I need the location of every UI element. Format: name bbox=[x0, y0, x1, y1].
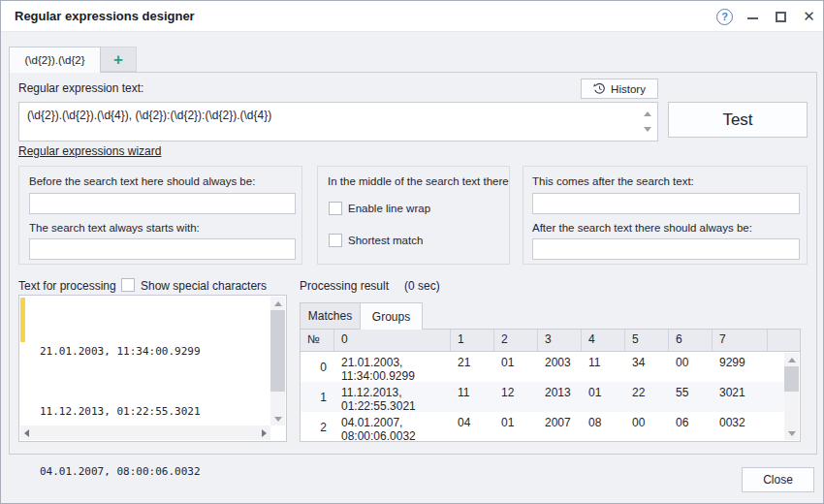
regex-text-label: Regular expression text: bbox=[18, 81, 143, 95]
group-cell: 11 bbox=[451, 382, 494, 412]
column-header-1[interactable]: 1 bbox=[451, 330, 494, 351]
scroll-down-icon bbox=[644, 127, 651, 132]
regex-input-value: (\d{2}).(\d{2}).(\d{4}), (\d{2}):(\d{2})… bbox=[27, 109, 636, 122]
comes-after-input[interactable] bbox=[532, 193, 800, 214]
window-title: Regular expressions designer bbox=[15, 1, 195, 32]
scroll-up-icon[interactable] bbox=[270, 297, 285, 310]
show-special-characters-checkbox[interactable] bbox=[121, 278, 135, 292]
column-header-3[interactable]: 3 bbox=[538, 330, 582, 351]
groups-result-table: № 0 1 2 3 4 5 6 7 0 21.01.2003, 11:34:00… bbox=[300, 329, 801, 442]
column-header-2[interactable]: 2 bbox=[494, 330, 538, 351]
test-button[interactable]: Test bbox=[668, 102, 808, 138]
starts-with-label: The search text always starts with: bbox=[29, 222, 200, 234]
table-row[interactable]: 1 11.12.2013, 01:22:55.3021 11 12 2013 0… bbox=[301, 382, 784, 412]
shortest-match-checkbox[interactable] bbox=[329, 234, 342, 247]
minimize-icon bbox=[747, 17, 758, 19]
row-index-cell: 1 bbox=[301, 382, 334, 412]
add-tab-button[interactable]: + bbox=[101, 47, 137, 72]
group-cell: 2007 bbox=[538, 412, 582, 441]
scrollbar-thumb[interactable] bbox=[784, 366, 799, 392]
column-header-6[interactable]: 6 bbox=[669, 330, 713, 351]
middle-search-group: In the middle of the search text there E… bbox=[317, 166, 510, 265]
group-cell: 55 bbox=[669, 382, 713, 412]
text-for-processing-label: Text for processing bbox=[18, 279, 116, 293]
editor-lines: 21.01.2003, 11:34:00.9299 11.12.2013, 01… bbox=[40, 299, 201, 504]
editor-vertical-scrollbar[interactable] bbox=[270, 297, 285, 425]
history-clock-icon bbox=[593, 82, 606, 95]
enable-line-wrap-checkbox[interactable] bbox=[329, 202, 342, 215]
regex-input-scroll[interactable] bbox=[641, 103, 654, 141]
processing-time-label: (0 sec) bbox=[404, 279, 440, 293]
after-search-group: This comes after the search text: After … bbox=[523, 166, 808, 265]
tab-groups[interactable]: Groups bbox=[360, 302, 423, 330]
regex-designer-window: Regular expressions designer ? ✕ (\d{2})… bbox=[0, 0, 824, 504]
text-for-processing-editor[interactable]: 21.01.2003, 11:34:00.9299 11.12.2013, 01… bbox=[18, 295, 287, 442]
group-cell: 04 bbox=[451, 412, 494, 441]
group-cell: 3021 bbox=[713, 382, 768, 412]
group-cell: 2013 bbox=[538, 382, 582, 412]
scroll-left-icon[interactable] bbox=[24, 429, 29, 437]
table-header-row: № 0 1 2 3 4 5 6 7 bbox=[301, 330, 800, 352]
editor-horizontal-scrollbar[interactable] bbox=[20, 425, 270, 440]
regex-wizard-link[interactable]: Regular expressions wizard bbox=[18, 144, 161, 158]
column-header-index[interactable]: № bbox=[301, 330, 334, 351]
processing-result-label: Processing result bbox=[300, 279, 389, 293]
scroll-down-icon[interactable] bbox=[270, 412, 285, 425]
table-row[interactable]: 0 21.01.2003, 11:34:00.9299 21 01 2003 1… bbox=[301, 352, 784, 382]
group-cell: 12 bbox=[494, 382, 538, 412]
column-header-7[interactable]: 7 bbox=[713, 330, 768, 351]
middle-group-title: In the middle of the search text there bbox=[328, 175, 509, 187]
starts-with-input[interactable] bbox=[29, 238, 296, 260]
minimize-button[interactable] bbox=[739, 1, 767, 32]
column-header-4[interactable]: 4 bbox=[582, 330, 625, 351]
table-row[interactable]: 2 04.01.2007, 08:00:06.0032 04 01 2007 0… bbox=[301, 412, 784, 441]
help-button[interactable]: ? bbox=[711, 1, 739, 32]
table-body: 0 21.01.2003, 11:34:00.9299 21 01 2003 1… bbox=[301, 352, 784, 441]
column-header-filler bbox=[768, 330, 800, 351]
group-cell: 01 bbox=[494, 412, 538, 441]
before-search-group: Before the search text here should alway… bbox=[18, 166, 302, 265]
close-window-button[interactable]: ✕ bbox=[795, 1, 823, 32]
editor-line: 11.12.2013, 01:22:55.3021 bbox=[40, 404, 201, 420]
scroll-right-icon[interactable] bbox=[262, 429, 267, 437]
group-cell: 08 bbox=[582, 412, 625, 441]
match-cell: 11.12.2013, 01:22:55.3021 bbox=[334, 382, 451, 412]
titlebar: Regular expressions designer ? ✕ bbox=[1, 1, 823, 32]
editor-line: 04.01.2007, 08:00:06.0032 bbox=[40, 464, 201, 480]
row-index-cell: 0 bbox=[301, 352, 334, 382]
column-header-0[interactable]: 0 bbox=[334, 330, 451, 351]
after-always-input[interactable] bbox=[532, 238, 800, 260]
shortest-match-label: Shortest match bbox=[348, 235, 423, 246]
tab-regex-pattern[interactable]: (\d{2}).(\d{2} bbox=[9, 47, 101, 73]
group-cell: 21 bbox=[451, 352, 494, 382]
group-cell: 0032 bbox=[713, 412, 768, 441]
history-button[interactable]: History bbox=[581, 79, 658, 99]
regex-input[interactable]: (\d{2}).(\d{2}).(\d{4}), (\d{2}):(\d{2})… bbox=[18, 102, 658, 142]
group-cell: 00 bbox=[669, 352, 713, 382]
before-text-input[interactable] bbox=[29, 193, 296, 214]
scrollbar-thumb[interactable] bbox=[270, 310, 285, 392]
scroll-up-icon[interactable] bbox=[784, 353, 799, 366]
match-cell: 04.01.2007, 08:00:06.0032 bbox=[334, 412, 451, 441]
group-cell: 00 bbox=[625, 412, 669, 441]
scroll-down-icon[interactable] bbox=[784, 426, 799, 440]
group-cell: 01 bbox=[494, 352, 538, 382]
maximize-icon bbox=[776, 12, 786, 22]
maximize-button[interactable] bbox=[767, 1, 795, 32]
group-cell: 11 bbox=[582, 352, 625, 382]
window-controls: ? ✕ bbox=[711, 1, 823, 32]
group-cell: 2003 bbox=[538, 352, 582, 382]
comes-after-label: This comes after the search text: bbox=[532, 175, 694, 187]
table-vertical-scrollbar[interactable] bbox=[784, 353, 799, 440]
group-cell: 34 bbox=[625, 352, 669, 382]
after-always-label: After the search text there should alway… bbox=[532, 222, 752, 234]
group-cell: 06 bbox=[669, 412, 713, 441]
column-header-5[interactable]: 5 bbox=[625, 330, 669, 351]
enable-line-wrap-label: Enable line wrap bbox=[348, 203, 430, 214]
close-button[interactable]: Close bbox=[742, 467, 814, 492]
show-special-characters-label: Show special characters bbox=[141, 279, 267, 293]
group-cell: 22 bbox=[625, 382, 669, 412]
tab-matches[interactable]: Matches bbox=[300, 302, 361, 330]
before-text-label: Before the search text here should alway… bbox=[29, 175, 255, 187]
scroll-up-icon bbox=[644, 111, 651, 116]
